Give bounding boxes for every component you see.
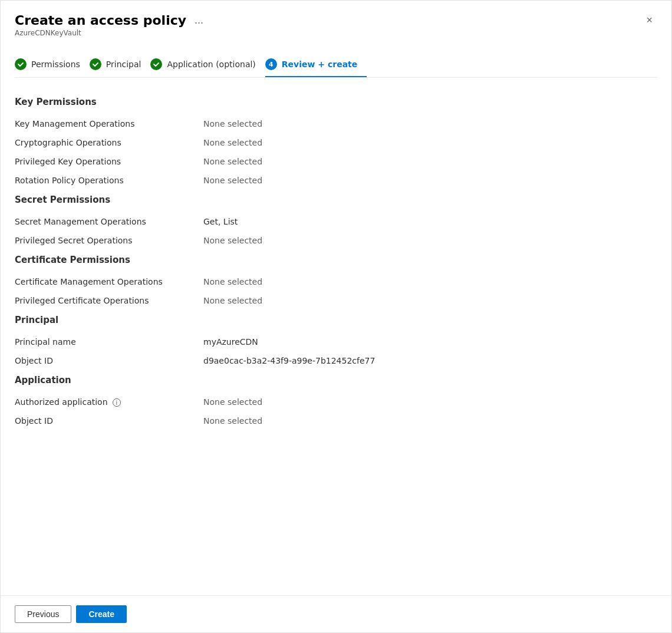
- key-permissions-heading: Key Permissions: [15, 97, 657, 107]
- create-access-policy-panel: Create an access policy ... × AzureCDNKe…: [0, 0, 672, 633]
- certificate-permissions-section: Certificate Permissions Certificate Mana…: [15, 255, 657, 310]
- table-row: Certificate Management Operations None s…: [15, 272, 657, 291]
- row-label: Privileged Certificate Operations: [15, 296, 203, 305]
- step-permissions[interactable]: Permissions: [15, 54, 90, 77]
- row-value: None selected: [203, 138, 262, 147]
- table-row: Secret Management Operations Get, List: [15, 212, 657, 231]
- table-row: Privileged Secret Operations None select…: [15, 231, 657, 250]
- certificate-permissions-heading: Certificate Permissions: [15, 255, 657, 265]
- row-value: d9ae0cac-b3a2-43f9-a99e-7b12452cfe77: [203, 356, 375, 365]
- row-label: Secret Management Operations: [15, 217, 203, 226]
- row-label: Privileged Key Operations: [15, 157, 203, 166]
- info-icon: i: [113, 398, 121, 407]
- step-application-icon: [150, 58, 162, 70]
- principal-heading: Principal: [15, 315, 657, 325]
- table-row: Cryptographic Operations None selected: [15, 133, 657, 152]
- row-value: None selected: [203, 176, 262, 185]
- table-row: Authorized application i None selected: [15, 393, 657, 411]
- row-label: Object ID: [15, 416, 203, 426]
- table-row: Privileged Certificate Operations None s…: [15, 291, 657, 310]
- step-principal-label: Principal: [106, 60, 141, 69]
- principal-section: Principal Principal name myAzureCDN Obje…: [15, 315, 657, 370]
- secret-permissions-heading: Secret Permissions: [15, 194, 657, 205]
- step-principal[interactable]: Principal: [90, 54, 151, 77]
- step-review-label: Review + create: [282, 60, 357, 69]
- row-label: Key Management Operations: [15, 119, 203, 128]
- application-heading: Application: [15, 375, 657, 385]
- panel-footer: Previous Create: [1, 595, 671, 632]
- row-value: None selected: [203, 416, 262, 426]
- table-row: Object ID d9ae0cac-b3a2-43f9-a99e-7b1245…: [15, 351, 657, 370]
- wizard-steps: Permissions Principal Application (optio…: [15, 47, 657, 78]
- row-label: Object ID: [15, 356, 203, 365]
- step-permissions-label: Permissions: [31, 60, 80, 69]
- row-value: None selected: [203, 157, 262, 166]
- row-value: None selected: [203, 296, 262, 305]
- table-row: Principal name myAzureCDN: [15, 332, 657, 351]
- row-value: myAzureCDN: [203, 337, 258, 347]
- previous-button[interactable]: Previous: [15, 605, 71, 623]
- application-section: Application Authorized application i Non…: [15, 375, 657, 430]
- table-row: Rotation Policy Operations None selected: [15, 171, 657, 190]
- step-principal-icon: [90, 58, 101, 70]
- table-row: Privileged Key Operations None selected: [15, 152, 657, 171]
- table-row: Key Management Operations None selected: [15, 114, 657, 133]
- step-review[interactable]: 4 Review + create: [265, 54, 367, 77]
- step-permissions-icon: [15, 58, 27, 70]
- row-label: Certificate Management Operations: [15, 277, 203, 286]
- panel-content: Key Permissions Key Management Operation…: [1, 78, 671, 595]
- row-value: None selected: [203, 236, 262, 245]
- panel-header: Create an access policy ... × AzureCDNKe…: [1, 1, 671, 78]
- row-label: Principal name: [15, 337, 203, 347]
- secret-permissions-section: Secret Permissions Secret Management Ope…: [15, 194, 657, 250]
- row-value: None selected: [203, 277, 262, 286]
- row-label: Privileged Secret Operations: [15, 236, 203, 245]
- row-value: None selected: [203, 119, 262, 128]
- close-button[interactable]: ×: [641, 12, 657, 28]
- table-row: Object ID None selected: [15, 411, 657, 430]
- row-value: Get, List: [203, 217, 238, 226]
- create-button[interactable]: Create: [76, 605, 127, 623]
- row-label: Cryptographic Operations: [15, 138, 203, 147]
- panel-title: Create an access policy: [15, 13, 186, 28]
- key-permissions-section: Key Permissions Key Management Operation…: [15, 97, 657, 190]
- step-application[interactable]: Application (optional): [150, 54, 265, 77]
- row-label: Authorized application i: [15, 397, 203, 407]
- panel-subtitle: AzureCDNKeyVault: [15, 29, 657, 37]
- step-review-icon: 4: [265, 58, 277, 70]
- row-value: None selected: [203, 397, 262, 407]
- row-label: Rotation Policy Operations: [15, 176, 203, 185]
- step-application-label: Application (optional): [167, 60, 255, 69]
- ellipsis-button[interactable]: ...: [191, 13, 207, 28]
